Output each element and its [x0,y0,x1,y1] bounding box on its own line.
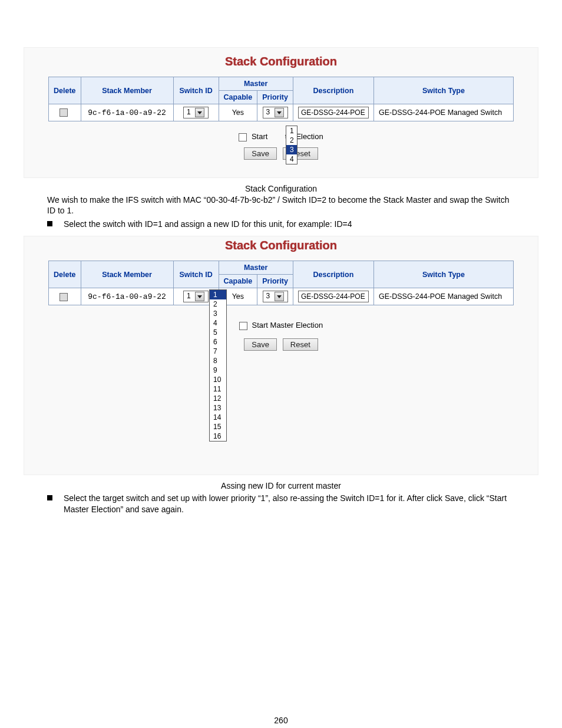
col-switch-id: Switch ID [173,77,219,104]
col-switch-type: Switch Type [373,77,513,104]
switchid-option[interactable]: 13 [210,403,226,413]
table-header-row: Delete Stack Member Switch ID Master Des… [49,261,514,275]
bullet-item: Select the target switch and set up with… [47,493,515,515]
switchid-option[interactable]: 14 [210,413,226,422]
description-input[interactable]: GE-DSSG-244-POE [298,291,369,302]
switchid-option[interactable]: 4 [210,318,226,328]
col-capable: Capable [219,91,257,104]
col-description: Description [293,77,373,104]
priority-option[interactable]: 4 [286,154,297,164]
capable-cell: Yes [219,104,257,121]
table-header-row: Delete Stack Member Switch ID Master Des… [49,77,514,91]
switchid-option[interactable]: 2 [210,299,226,309]
election-label: Start Master Election [252,321,323,330]
switch-id-value: 1 [187,292,191,300]
table-row: 9c-f6-1a-00-a9-22 1 Yes 3 GE-DSSG-244-PO… [49,104,514,121]
switchid-option[interactable]: 9 [210,365,226,375]
col-priority: Priority [257,91,293,104]
stack-table: Delete Stack Member Switch ID Master Des… [48,77,514,121]
col-switch-id: Switch ID [173,261,219,288]
col-priority: Priority [257,275,293,288]
figure-caption: Stack Configuration [24,184,538,193]
col-stack-member: Stack Member [81,77,173,104]
delete-checkbox[interactable] [59,108,68,117]
priority-value: 3 [266,108,270,116]
reset-button[interactable]: Reset [283,338,318,351]
col-master: Master [219,261,293,275]
description-input[interactable]: GE-DSSG-244-POE [298,107,369,118]
figure-caption: Assing new ID for current master [24,481,538,490]
switch-id-select[interactable]: 1 [183,107,209,118]
start-election-checkbox[interactable] [239,133,247,141]
priority-option[interactable]: 2 [286,136,297,145]
switch-id-value: 1 [187,108,191,116]
chevron-down-icon [275,108,284,117]
col-delete: Delete [49,261,81,288]
delete-checkbox[interactable] [59,293,68,301]
switchid-option[interactable]: 3 [210,309,226,318]
chevron-down-icon [195,108,204,117]
save-button[interactable]: Save [244,338,277,351]
election-label-left: Start [252,132,267,141]
panel-title: Stack Configuration [24,239,538,252]
page-number: 260 [24,716,538,725]
table-row: 9c-f6-1a-00-a9-22 1 Yes 3 GE-DSSG-244-PO… [49,288,514,305]
panel-title: Stack Configuration [24,55,538,68]
button-row: Save Reset [24,147,538,160]
switchid-option[interactable]: 6 [210,337,226,347]
save-button[interactable]: Save [244,147,277,160]
mac-cell: 9c-f6-1a-00-a9-22 [81,104,173,121]
stack-config-panel-2: Stack Configuration Delete Stack Member … [24,236,538,475]
body-paragraph: We wish to make the IFS switch with MAC … [47,195,515,217]
col-capable: Capable [219,275,257,288]
switch-id-select[interactable]: 1 [183,291,209,302]
switch-type-cell: GE-DSSG-244-POE Managed Switch [373,288,513,305]
switch-type-cell: GE-DSSG-244-POE Managed Switch [373,104,513,121]
priority-option[interactable]: 1 [286,126,297,136]
priority-option-selected[interactable]: 3 [286,145,297,154]
switchid-option[interactable]: 12 [210,394,226,403]
switchid-option[interactable]: 8 [210,356,226,365]
switchid-option[interactable]: 15 [210,422,226,431]
col-switch-type: Switch Type [373,261,513,288]
switchid-option[interactable]: 11 [210,384,226,394]
election-row: Start ter Election [24,132,538,141]
switchid-option-selected[interactable]: 1 [210,290,226,299]
stack-table: Delete Stack Member Switch ID Master Des… [48,261,514,305]
stack-config-panel-1: Stack Configuration Delete Stack Member … [24,47,538,178]
col-stack-member: Stack Member [81,261,173,288]
col-delete: Delete [49,77,81,104]
start-election-checkbox[interactable] [239,322,247,330]
priority-select[interactable]: 3 [263,107,288,118]
switchid-option[interactable]: 5 [210,328,226,337]
button-row: Save Reset [24,338,538,351]
col-description: Description [293,261,373,288]
switchid-option[interactable]: 10 [210,375,226,384]
chevron-down-icon [195,292,204,301]
mac-cell: 9c-f6-1a-00-a9-22 [81,288,173,305]
election-row: Start Master Election [24,321,538,330]
priority-select[interactable]: 3 [263,291,288,302]
col-master: Master [219,77,293,91]
bullet-item: Select the switch with ID=1 and assign a… [47,219,515,230]
switchid-option[interactable]: 7 [210,347,226,356]
switchid-option[interactable]: 16 [210,431,226,441]
priority-dropdown-open[interactable]: 1 2 3 4 [286,126,297,164]
switch-id-dropdown-open[interactable]: 1 2 3 4 5 6 7 8 9 10 11 12 13 14 15 16 [209,289,227,442]
chevron-down-icon [275,292,284,301]
priority-value: 3 [266,292,270,300]
